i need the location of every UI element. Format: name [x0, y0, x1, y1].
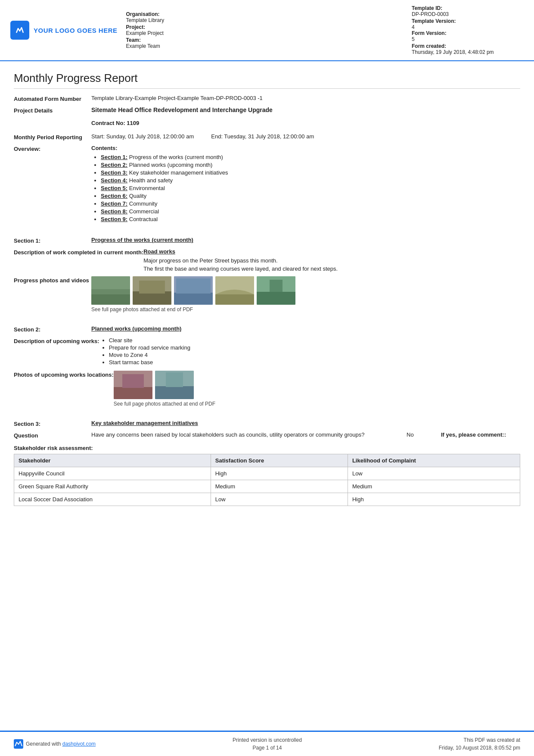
satisfaction-score: Medium	[211, 480, 348, 493]
question-row-content: Have any concerns been raised by local s…	[91, 431, 520, 439]
contents-list: Section 1: Progress of the works (curren…	[91, 154, 520, 222]
list-item: Section 1: Progress of the works (curren…	[101, 154, 520, 160]
list-item: Move to Zone 4	[109, 352, 520, 358]
header-meta: Organisation: Template Library Project: …	[126, 5, 403, 55]
svg-rect-13	[257, 292, 295, 305]
section3-link[interactable]: Section 3:	[101, 169, 127, 176]
table-row: Local Soccer Dad Association Low High	[14, 493, 520, 506]
project-details-label: Project Details	[14, 106, 91, 126]
satisfaction-score: High	[211, 467, 348, 480]
logo-area: YOUR LOGO GOES HERE	[10, 5, 118, 55]
footer-uncontrolled: Printed version is uncontrolled	[233, 736, 302, 744]
table-row: Happyville Council High Low	[14, 467, 520, 480]
question-content: Have any concerns been raised by local s…	[91, 431, 520, 438]
table-header-satisfaction: Satisfaction Score	[211, 454, 348, 467]
page-header: YOUR LOGO GOES HERE Organisation: Templa…	[0, 0, 534, 61]
question-comment-label: If yes, please comment::	[434, 431, 520, 438]
project-details-row: Project Details Sitemate Head Office Red…	[14, 106, 520, 126]
progress-photos-label: Progress photos and videos	[14, 276, 91, 312]
project-details-value: Sitemate Head Office Redevelopment and I…	[91, 106, 520, 126]
section1-link[interactable]: Section 1:	[101, 154, 127, 160]
footer-created-label: This PDF was created at	[439, 736, 520, 744]
section2-label: Section 2:	[14, 325, 91, 333]
section2-title: Planned works (upcoming month)	[91, 325, 181, 333]
section5-link[interactable]: Section 5:	[101, 185, 127, 191]
period-end: End: Tuesday, 31 July 2018, 12:00:00 am	[211, 133, 314, 140]
desc-work-label: Description of work completed in current…	[14, 248, 143, 272]
question-field-row: Question Have any concerns been raised b…	[14, 431, 520, 439]
project-row: Project: Example Project	[126, 24, 403, 36]
photo-thumb	[155, 371, 194, 399]
list-item: Prepare for road service marking	[109, 344, 520, 351]
section7-link[interactable]: Section 7:	[101, 200, 127, 207]
footer-created-date: Friday, 10 August 2018, 8:05:52 pm	[439, 744, 520, 752]
question-answer: No	[400, 431, 434, 438]
period-dates: Start: Sunday, 01 July 2018, 12:00:00 am…	[91, 133, 520, 140]
stakeholder-name: Happyville Council	[14, 467, 211, 480]
question-text: Have any concerns been raised by local s…	[91, 431, 400, 438]
photo-caption: See full page photos attached at end of …	[91, 306, 520, 312]
photos-upcoming-row: Photos of upcoming works locations: See …	[14, 371, 520, 407]
footer-page: Page 1 of 14	[233, 744, 302, 752]
desc-work-value: Road works Major progress on the Peter S…	[143, 248, 520, 272]
template-version-row: Template Version: 4 Form Version: 5	[412, 18, 524, 42]
list-item: Section 9: Contractual	[101, 216, 520, 222]
svg-rect-8	[174, 293, 213, 305]
form-number-value: Template Library-Example Project-Example…	[91, 95, 520, 102]
stakeholder-name: Local Soccer Dad Association	[14, 493, 211, 506]
template-id-row: Template ID: DP-PROD-0003	[412, 5, 524, 17]
overview-row: Overview: Contents: Section 1: Progress …	[14, 145, 520, 224]
project-details-text: Sitemate Head Office Redevelopment and I…	[91, 106, 520, 113]
list-item: Section 5: Environmental	[101, 185, 520, 191]
logo-icon	[10, 21, 29, 40]
stakeholder-title: Stakeholder risk assessment:	[14, 445, 520, 451]
photo-thumb	[257, 276, 295, 305]
upcoming-photo-caption: See full page photos attached at end of …	[114, 401, 520, 407]
form-created-row: Form created: Thursday, 19 July 2018, 4:…	[412, 43, 524, 55]
section3-title: Key stakeholder management initiatives	[91, 420, 198, 427]
contents-label: Contents:	[91, 145, 520, 151]
svg-rect-6	[139, 281, 165, 294]
likelihood-complaint: Low	[348, 467, 520, 480]
photo-strip	[91, 276, 520, 305]
likelihood-complaint: Medium	[348, 480, 520, 493]
org-row: Organisation: Template Library	[126, 11, 403, 23]
works-list: Clear site Prepare for road service mark…	[99, 337, 520, 366]
report-title: Monthly Progress Report	[14, 72, 520, 89]
section9-link[interactable]: Section 9:	[101, 216, 127, 222]
section6-link[interactable]: Section 6:	[101, 193, 127, 199]
photo-thumb	[91, 276, 130, 305]
list-item: Section 3: Key stakeholder management in…	[101, 169, 520, 176]
desc-work-text1: Major progress on the Peter Street bypas…	[143, 257, 520, 264]
stakeholder-section: Stakeholder risk assessment: Stakeholder…	[14, 445, 520, 506]
header-right: Template ID: DP-PROD-0003 Template Versi…	[412, 5, 524, 55]
period-start: Start: Sunday, 01 July 2018, 12:00:00 am	[91, 133, 194, 140]
satisfaction-score: Low	[211, 493, 348, 506]
footer-generated-text: Generated with dashpivot.com	[26, 741, 96, 747]
form-number-label: Automated Form Number	[14, 95, 91, 102]
desc-upcoming-label: Description of upcoming works:	[14, 337, 99, 366]
list-item: Clear site	[109, 337, 520, 344]
section8-link[interactable]: Section 8:	[101, 208, 127, 215]
svg-rect-14	[270, 280, 283, 292]
list-item: Section 2: Planned works (upcoming month…	[101, 162, 520, 168]
list-item: Section 7: Community	[101, 200, 520, 207]
footer-right: This PDF was created at Friday, 10 Augus…	[439, 736, 520, 752]
list-item: Section 6: Quality	[101, 193, 520, 199]
svg-rect-3	[91, 289, 130, 294]
svg-rect-11	[215, 294, 254, 305]
footer-link[interactable]: dashpivot.com	[62, 741, 96, 747]
overview-label: Overview:	[14, 145, 91, 224]
progress-photos-value: See full page photos attached at end of …	[91, 276, 520, 312]
section4-link[interactable]: Section 4:	[101, 177, 127, 184]
page-footer: Generated with dashpivot.com Printed ver…	[0, 731, 534, 756]
svg-rect-19	[155, 386, 194, 399]
desc-work-row: Description of work completed in current…	[14, 248, 520, 272]
table-header-likelihood: Likelihood of Complaint	[348, 454, 520, 467]
list-item: Section 4: Health and safety	[101, 177, 520, 184]
photo-thumb	[114, 371, 152, 399]
section2-link[interactable]: Section 2:	[101, 162, 127, 168]
footer-center: Printed version is uncontrolled Page 1 o…	[233, 736, 302, 752]
photo-thumb	[133, 276, 171, 305]
list-item: Section 8: Commercial	[101, 208, 520, 215]
